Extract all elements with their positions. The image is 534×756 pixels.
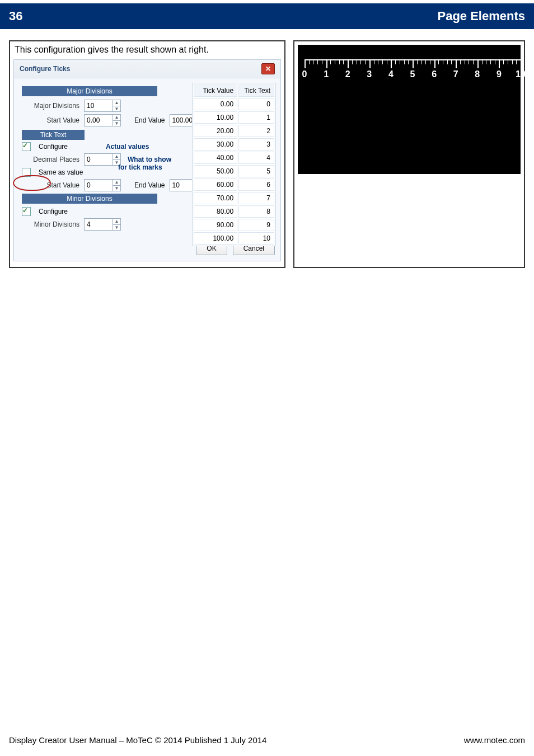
caption: This configuration gives the result show… bbox=[10, 41, 284, 58]
minor-tick bbox=[339, 59, 340, 64]
major-tick-label: 3 bbox=[367, 69, 372, 79]
minor-tick bbox=[512, 59, 513, 64]
ticktext-start-value-input[interactable] bbox=[85, 180, 113, 190]
major-tick-label: 8 bbox=[475, 69, 480, 79]
tick-value-cell: 10.00 bbox=[194, 111, 237, 124]
ticktext-start-value-stepper[interactable]: ▲▼ bbox=[84, 179, 121, 191]
minor-tick bbox=[443, 59, 443, 64]
table-row[interactable]: 100.0010 bbox=[194, 232, 274, 245]
spinner-icon[interactable]: ▲▼ bbox=[113, 100, 120, 111]
tick-value-cell: 80.00 bbox=[194, 205, 237, 218]
major-tick bbox=[413, 59, 414, 68]
ruler: 012345678910 bbox=[305, 59, 521, 85]
table-row[interactable]: 90.009 bbox=[194, 219, 274, 231]
left-panel: This configuration gives the result show… bbox=[9, 40, 285, 268]
major-start-value-stepper[interactable]: ▲▼ bbox=[84, 114, 121, 126]
decimal-places-stepper[interactable]: ▲▼ bbox=[84, 153, 121, 166]
table-row[interactable]: 80.008 bbox=[194, 205, 274, 218]
major-divisions-label: Major Divisions bbox=[22, 102, 79, 110]
configure-tick-text-label: Configure bbox=[39, 143, 68, 151]
minor-tick bbox=[365, 59, 366, 64]
callout-what-to-show-line1: What to show bbox=[128, 156, 171, 163]
minor-tick bbox=[447, 59, 448, 64]
major-divisions-stepper[interactable]: ▲▼ bbox=[84, 100, 121, 112]
section-minor-divisions: Minor Divisions bbox=[22, 194, 157, 204]
decimal-places-label: Decimal Places bbox=[22, 156, 79, 163]
footer-right: www.motec.com bbox=[464, 735, 525, 745]
tick-text-cell: 10 bbox=[238, 232, 274, 245]
minor-tick bbox=[313, 59, 313, 64]
content-row: This configuration gives the result show… bbox=[9, 40, 525, 268]
minor-divisions-stepper[interactable]: ▲▼ bbox=[84, 218, 121, 231]
minor-tick bbox=[335, 59, 335, 64]
minor-tick bbox=[322, 59, 322, 64]
minor-tick bbox=[317, 59, 318, 64]
minor-tick bbox=[421, 59, 421, 64]
major-tick-label: 4 bbox=[388, 69, 394, 79]
major-tick-label: 6 bbox=[432, 69, 437, 79]
minor-tick bbox=[400, 59, 400, 64]
configure-tick-text-checkbox[interactable] bbox=[22, 142, 31, 151]
minor-tick bbox=[357, 59, 357, 64]
tick-value-cell: 40.00 bbox=[194, 152, 237, 164]
major-tick bbox=[499, 59, 500, 68]
tick-text-cell: 2 bbox=[238, 125, 274, 137]
spinner-icon[interactable]: ▲▼ bbox=[113, 180, 120, 191]
spinner-icon[interactable]: ▲▼ bbox=[113, 115, 120, 126]
spinner-icon[interactable]: ▲▼ bbox=[113, 219, 120, 230]
major-tick bbox=[326, 59, 327, 68]
minor-tick bbox=[425, 59, 426, 64]
table-row[interactable]: 20.002 bbox=[194, 125, 274, 137]
minor-tick bbox=[417, 59, 418, 64]
close-icon[interactable]: ✕ bbox=[261, 63, 275, 74]
minor-tick bbox=[516, 59, 517, 64]
major-tick-label: 2 bbox=[345, 69, 350, 79]
minor-tick bbox=[490, 59, 491, 64]
minor-tick bbox=[495, 59, 495, 64]
tick-value-cell: 70.00 bbox=[194, 192, 237, 204]
callout-what-to-show-line2: for tick marks bbox=[118, 163, 162, 171]
ticktext-start-value-label: Start Value bbox=[22, 181, 79, 189]
minor-tick bbox=[374, 59, 374, 64]
decimal-places-input[interactable] bbox=[85, 154, 113, 165]
minor-tick bbox=[469, 59, 469, 64]
tick-table: Tick Value Tick Text 0.00010.00120.00230… bbox=[192, 83, 276, 246]
table-row[interactable]: 70.007 bbox=[194, 192, 274, 204]
major-tick-label: 7 bbox=[453, 69, 458, 79]
minor-tick bbox=[486, 59, 486, 64]
tick-value-cell: 90.00 bbox=[194, 219, 237, 231]
header-bar: 36 Page Elements bbox=[0, 3, 534, 29]
same-as-value-checkbox[interactable] bbox=[22, 168, 31, 177]
minor-tick bbox=[408, 59, 409, 64]
major-start-value-input[interactable] bbox=[85, 115, 113, 125]
tick-text-cell: 6 bbox=[238, 179, 274, 191]
table-row[interactable]: 30.003 bbox=[194, 138, 274, 151]
major-divisions-input[interactable] bbox=[85, 101, 113, 111]
tick-text-cell: 0 bbox=[238, 98, 274, 110]
dialog-titlebar: Configure Ticks ✕ bbox=[14, 60, 280, 78]
minor-tick bbox=[309, 59, 310, 64]
major-tick bbox=[434, 59, 435, 68]
minor-divisions-input[interactable] bbox=[85, 219, 113, 229]
table-row[interactable]: 40.004 bbox=[194, 152, 274, 164]
section-tick-text: Tick Text bbox=[22, 130, 85, 140]
right-panel: 012345678910 bbox=[293, 40, 525, 268]
table-row[interactable]: 0.000 bbox=[194, 98, 274, 110]
same-as-value-label: Same as value bbox=[39, 168, 83, 176]
section-major-divisions: Major Divisions bbox=[22, 86, 157, 96]
configure-ticks-dialog: Configure Ticks ✕ Tick Value Tick Text 0… bbox=[13, 59, 281, 261]
configure-minor-checkbox[interactable] bbox=[22, 207, 31, 216]
minor-tick bbox=[482, 59, 483, 64]
minor-tick bbox=[404, 59, 405, 64]
minor-tick bbox=[473, 59, 474, 64]
table-row[interactable]: 60.006 bbox=[194, 179, 274, 191]
major-tick-label: 5 bbox=[410, 69, 415, 79]
major-tick bbox=[305, 59, 306, 68]
minor-divisions-label: Minor Divisions bbox=[22, 220, 79, 228]
major-tick-label: 9 bbox=[496, 69, 502, 79]
tick-value-cell: 30.00 bbox=[194, 138, 237, 151]
minor-tick bbox=[460, 59, 461, 64]
dialog-title-text: Configure Ticks bbox=[20, 65, 70, 73]
dialog-body: Tick Value Tick Text 0.00010.00120.00230… bbox=[14, 78, 280, 238]
table-row[interactable]: 10.001 bbox=[194, 111, 274, 124]
